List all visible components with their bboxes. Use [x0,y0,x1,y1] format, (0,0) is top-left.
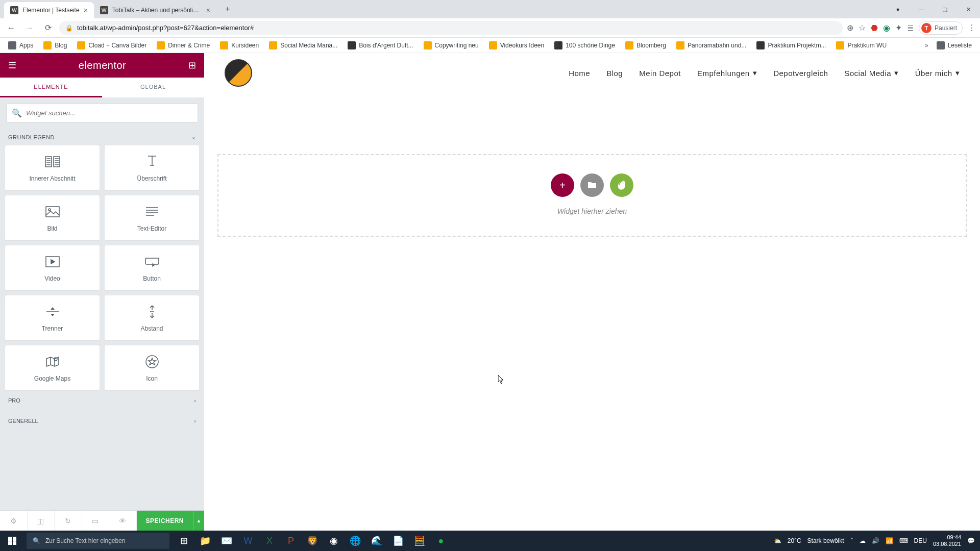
save-button[interactable]: SPEICHERN [137,511,193,531]
back-button[interactable]: ← [4,21,18,35]
bookmark-item[interactable]: Dinner & Crime [153,39,214,52]
search-input[interactable] [26,109,192,117]
widget-button[interactable]: Button [105,245,199,290]
profile-chip[interactable]: T Pausiert [919,21,963,35]
maximize-button[interactable]: ▢ [933,1,957,17]
tray-keyboard-icon[interactable]: ⌨ [899,537,908,544]
browser-tab[interactable]: W TobiTalk – Aktien und persönlich... × [94,2,216,18]
category-basic[interactable]: GRUNDLEGEND ⌄ [0,129,204,145]
taskbar-app-explorer[interactable]: 📁 [195,531,215,551]
start-button[interactable] [0,531,24,551]
bookmark-label: Social Media Mana... [280,42,337,49]
close-icon[interactable]: × [84,6,88,14]
bookmark-item[interactable]: Copywriting neu [420,39,483,52]
taskbar-app-notepad[interactable]: 📄 [388,531,408,551]
widget-text-editor[interactable]: Text-Editor [105,195,199,240]
widget-divider[interactable]: Trenner [5,295,100,340]
category-general[interactable]: GENERELL › [0,411,204,426]
nav-compare[interactable]: Depotvergleich [773,68,828,78]
bookmark-item[interactable]: Bois d'Argent Duft... [344,39,417,52]
forward-button[interactable]: → [22,21,37,35]
task-view-button[interactable]: ⊞ [174,531,194,551]
widget-video[interactable]: Video [5,245,100,290]
add-section-button[interactable]: + [551,173,574,197]
nav-about[interactable]: Über mich▾ [915,68,960,78]
widget-heading[interactable]: Überschrift [105,145,199,190]
taskbar-search[interactable]: 🔍 Zur Suche Text hier eingeben [27,533,169,549]
history-button[interactable]: ↻ [55,511,82,531]
widget-inner-section[interactable]: Innerer Abschnitt [5,145,100,190]
nav-social[interactable]: Social Media▾ [844,68,898,78]
widget-search[interactable]: 🔍 [6,104,198,122]
readlist-toolbar-icon[interactable]: ≣ [907,23,914,33]
close-icon[interactable]: × [206,6,210,14]
nav-recommendations[interactable]: Empfehlungen▾ [697,68,757,78]
taskbar-app-excel[interactable]: X [259,531,280,551]
tray-language[interactable]: DEU [914,537,927,544]
account-dot-icon[interactable]: ● [886,1,910,17]
taskbar-app-obs[interactable]: ◉ [324,531,344,551]
extensions-icon[interactable]: ✦ [895,23,902,33]
new-tab-button[interactable]: + [220,2,235,16]
weather-icon[interactable]: ⛅ [774,537,781,544]
preview-button[interactable]: 👁 [109,511,137,531]
category-pro[interactable]: PRO › [0,390,204,411]
bookmark-item[interactable]: Bloomberg [621,39,670,52]
bookmark-item[interactable]: Kursideen [216,39,263,52]
tray-clock[interactable]: 09:44 03.08.2021 [933,534,961,547]
save-options-button[interactable]: ▲ [193,511,204,531]
tab-global[interactable]: GLOBAL [102,78,204,97]
bookmark-item[interactable]: Cload + Canva Bilder [73,39,151,52]
widget-spacer[interactable]: Abstand [105,295,199,340]
taskbar-app-brave[interactable]: 🦁 [302,531,323,551]
tray-onedrive-icon[interactable]: ☁ [860,537,866,544]
responsive-button[interactable]: ▭ [82,511,110,531]
taskbar-app-mail[interactable]: ✉️ [216,531,237,551]
tray-volume-icon[interactable]: 🔊 [872,537,879,544]
taskbar-app-chrome[interactable]: 🌐 [345,531,365,551]
readlist-button[interactable]: Leseliste [933,39,976,52]
nav-home[interactable]: Home [569,68,590,78]
bookmark-item[interactable]: Social Media Mana... [265,39,341,52]
bookmark-item[interactable]: B100 schöne Dinge [550,39,619,52]
star-icon[interactable]: ☆ [859,23,866,33]
bookmark-item[interactable]: Videokurs Ideen [485,39,549,52]
close-window-button[interactable]: ✕ [957,1,980,17]
bookmark-item[interactable]: Blog [39,39,71,52]
widget-google-maps[interactable]: Google Maps [5,345,100,390]
widget-image[interactable]: Bild [5,195,100,240]
nav-depot[interactable]: Mein Depot [639,68,681,78]
widgets-grid-icon[interactable]: ⊞ [188,60,196,71]
taskbar-app-word[interactable]: W [238,531,258,551]
minimize-button[interactable]: — [910,1,933,17]
bookmark-item[interactable]: Panoramabahn und... [672,39,750,52]
bookmark-item[interactable]: Praktikum WU [832,39,891,52]
extension-icon[interactable]: ◉ [883,23,890,33]
extension-icon[interactable]: ⬣ [871,23,878,33]
hamburger-icon[interactable]: ☰ [8,60,16,71]
reload-button[interactable]: ⟳ [41,21,55,35]
template-library-button[interactable] [580,173,604,197]
site-logo[interactable] [225,59,252,87]
nav-blog[interactable]: Blog [606,68,623,78]
settings-button[interactable]: ⚙ [0,511,28,531]
taskbar-app-edge[interactable]: 🌊 [366,531,387,551]
envato-button[interactable] [610,173,633,197]
tray-network-icon[interactable]: 📶 [886,537,893,544]
address-bar[interactable]: 🔒 tobitalk.at/wp-admin/post.php?post=627… [59,21,843,35]
tab-elements[interactable]: ELEMENTE [0,78,102,97]
apps-button[interactable]: Apps [4,39,37,52]
taskbar-app-calculator[interactable]: 🧮 [409,531,430,551]
bookmark-item[interactable]: Praktikum Projektm... [752,39,830,52]
zoom-icon[interactable]: ⊕ [847,23,853,33]
tray-chevron-icon[interactable]: ˄ [850,537,853,544]
section-drop-zone[interactable]: + Widget hierher ziehen [217,154,967,237]
taskbar-app-spotify[interactable]: ● [431,531,451,551]
navigator-button[interactable]: ◫ [28,511,55,531]
taskbar-app-powerpoint[interactable]: P [281,531,301,551]
browser-tab-active[interactable]: W Elementor | Testseite × [4,2,94,18]
menu-icon[interactable]: ⋮ [968,23,976,33]
widget-icon[interactable]: Icon [105,345,199,390]
bookmarks-overflow-icon[interactable]: » [925,42,928,49]
tray-notifications-icon[interactable]: 💬 [967,537,975,544]
